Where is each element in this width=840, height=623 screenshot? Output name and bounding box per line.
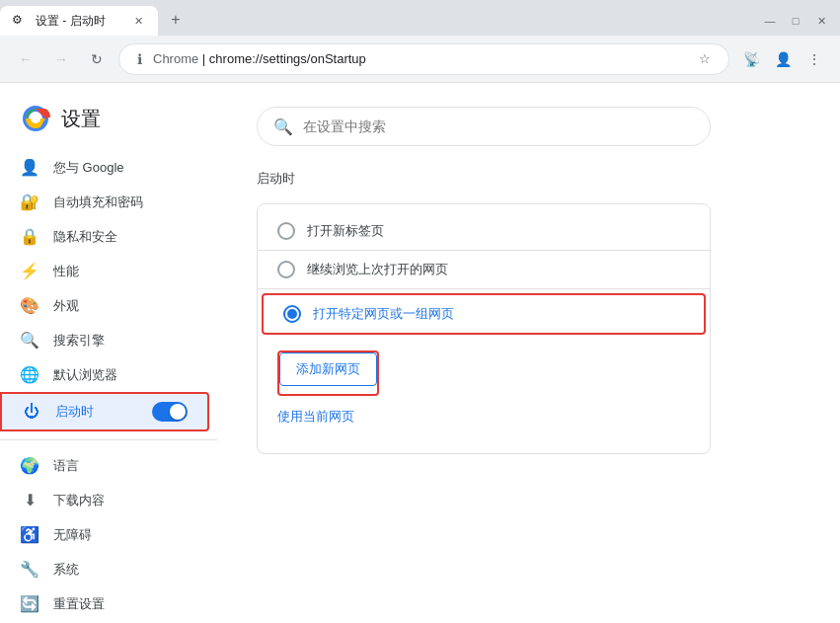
- sidebar-label-startup: 启动时: [55, 403, 94, 421]
- radio-circle-continue: [277, 261, 295, 278]
- maximize-button[interactable]: □: [785, 10, 806, 32]
- sidebar: 设置 👤 您与 Google 🔐 自动填充和密码 🔒 隐私和安全 ⚡ 性能 🎨: [0, 83, 217, 623]
- svg-point-2: [31, 114, 40, 123]
- sidebar-label-default-browser: 默认浏览器: [53, 366, 117, 384]
- settings-search-bar[interactable]: 🔍: [257, 107, 711, 146]
- sidebar-item-search[interactable]: 🔍 搜索引擎: [0, 323, 209, 357]
- radio-label-continue: 继续浏览上次打开的网页: [307, 261, 448, 278]
- startup-toggle[interactable]: [152, 402, 188, 422]
- startup-sub-options: 添加新网页 使用当前网页: [258, 339, 710, 445]
- sidebar-item-performance[interactable]: ⚡ 性能: [0, 254, 209, 288]
- sidebar-label-accessibility: 无障碍: [53, 526, 92, 544]
- radio-option-new-tab[interactable]: 打开新标签页: [258, 212, 710, 250]
- autofill-icon: 🔐: [20, 193, 39, 211]
- reset-icon: 🔄: [20, 594, 39, 613]
- startup-toggle-wrap: [152, 402, 188, 422]
- radio-dot-specific: [287, 309, 297, 319]
- downloads-icon: ⬇: [20, 491, 39, 509]
- cast-button[interactable]: 📡: [737, 45, 765, 73]
- address-bar: ← → ↻ ℹ Chrome | chrome://settings/onSta…: [0, 36, 840, 83]
- accessibility-icon: ♿: [20, 525, 39, 544]
- radio-option-specific[interactable]: 打开特定网页或一组网页: [262, 293, 706, 335]
- search-icon: 🔍: [20, 331, 39, 350]
- account-icon: 👤: [20, 158, 39, 177]
- tab-favicon-icon: ⚙: [12, 13, 28, 29]
- sidebar-item-appearance[interactable]: 🎨 外观: [0, 288, 209, 323]
- sidebar-item-account[interactable]: 👤 您与 Google: [0, 150, 209, 185]
- content-area: 设置 👤 您与 Google 🔐 自动填充和密码 🔒 隐私和安全 ⚡ 性能 🎨: [0, 83, 840, 623]
- sidebar-label-downloads: 下载内容: [53, 492, 105, 509]
- back-button[interactable]: ←: [12, 45, 39, 73]
- url-prefix: Chrome: [153, 51, 198, 66]
- section-title: 启动时: [257, 170, 801, 188]
- toggle-knob: [170, 404, 186, 420]
- system-icon: 🔧: [20, 560, 39, 579]
- radio-label-specific: 打开特定网页或一组网页: [313, 305, 454, 323]
- site-info-icon: ℹ: [131, 51, 147, 67]
- appearance-icon: 🎨: [20, 296, 39, 315]
- minimize-button[interactable]: —: [759, 10, 781, 32]
- startup-options-card: 打开新标签页 继续浏览上次打开的网页 打开特定网页或一组网页: [257, 203, 711, 454]
- sidebar-label-privacy: 隐私和安全: [53, 228, 117, 246]
- sidebar-label-language: 语言: [53, 457, 79, 475]
- divider-2: [258, 288, 710, 289]
- radio-circle-specific: [283, 305, 301, 323]
- language-icon: 🌍: [20, 456, 39, 475]
- sidebar-item-startup[interactable]: ⏻ 启动时: [0, 392, 209, 431]
- sidebar-item-autofill[interactable]: 🔐 自动填充和密码: [0, 185, 209, 219]
- address-bar-actions: ☆: [693, 47, 717, 71]
- performance-icon: ⚡: [20, 262, 39, 280]
- bookmark-icon[interactable]: ☆: [693, 47, 717, 71]
- add-new-page-button[interactable]: 添加新网页: [279, 352, 377, 386]
- settings-search-input[interactable]: [303, 118, 694, 134]
- tab-close-button[interactable]: ✕: [130, 13, 146, 29]
- add-pages-label: 添加新网页: [296, 360, 360, 378]
- sidebar-label-appearance: 外观: [53, 297, 79, 315]
- use-current-pages-link[interactable]: 使用当前网页: [277, 404, 690, 429]
- radio-option-continue[interactable]: 继续浏览上次打开的网页: [258, 251, 710, 288]
- close-button[interactable]: ✕: [810, 10, 832, 32]
- forward-button[interactable]: →: [47, 45, 75, 73]
- default-browser-icon: 🌐: [20, 365, 39, 384]
- window-controls: — □ ✕: [759, 10, 840, 32]
- add-pages-btn-wrapper: 添加新网页: [277, 350, 379, 396]
- sidebar-item-downloads[interactable]: ⬇ 下载内容: [0, 483, 209, 517]
- settings-title: 设置: [61, 106, 101, 132]
- sidebar-item-privacy[interactable]: 🔒 隐私和安全: [0, 219, 209, 254]
- sidebar-item-system[interactable]: 🔧 系统: [0, 552, 209, 586]
- settings-main: 🔍 启动时 打开新标签页 继续浏览上次打开的网页: [217, 83, 840, 623]
- startup-icon: ⏻: [22, 403, 41, 421]
- address-input-wrap[interactable]: ℹ Chrome | chrome://settings/onStartup ☆: [118, 43, 729, 75]
- sidebar-item-accessibility[interactable]: ♿ 无障碍: [0, 517, 209, 552]
- reload-button[interactable]: ↻: [83, 45, 111, 73]
- url-path: chrome://settings/onStartup: [209, 51, 366, 66]
- menu-button[interactable]: ⋮: [801, 45, 828, 73]
- address-url: Chrome | chrome://settings/onStartup: [153, 51, 687, 66]
- sidebar-label-search: 搜索引擎: [53, 332, 105, 350]
- search-bar-icon: 🔍: [273, 117, 293, 136]
- tab-title: 设置 - 启动时: [36, 13, 122, 30]
- radio-label-new-tab: 打开新标签页: [307, 222, 384, 240]
- sidebar-label-performance: 性能: [53, 263, 79, 280]
- new-tab-button[interactable]: +: [162, 6, 190, 34]
- sidebar-item-default-browser[interactable]: 🌐 默认浏览器: [0, 357, 209, 392]
- sidebar-header: 设置: [0, 95, 217, 150]
- tab-bar: ⚙ 设置 - 启动时 ✕ + — □ ✕: [0, 0, 840, 36]
- sidebar-item-reset[interactable]: 🔄 重置设置: [0, 586, 209, 621]
- active-tab[interactable]: ⚙ 设置 - 启动时 ✕: [0, 6, 158, 36]
- toolbar-right: 📡 👤 ⋮: [737, 45, 828, 73]
- radio-circle-new-tab: [277, 222, 295, 240]
- sidebar-label-account: 您与 Google: [53, 159, 124, 177]
- sidebar-divider-1: [0, 439, 217, 440]
- privacy-icon: 🔒: [20, 227, 39, 246]
- sidebar-label-system: 系统: [53, 561, 79, 579]
- sidebar-item-language[interactable]: 🌍 语言: [0, 448, 209, 483]
- sidebar-label-autofill: 自动填充和密码: [53, 194, 143, 211]
- chrome-logo: [20, 103, 51, 134]
- account-button[interactable]: 👤: [769, 45, 797, 73]
- sidebar-label-reset: 重置设置: [53, 595, 105, 613]
- browser-frame: ⚙ 设置 - 启动时 ✕ + — □ ✕ ← → ↻ ℹ Chrome | ch…: [0, 0, 840, 623]
